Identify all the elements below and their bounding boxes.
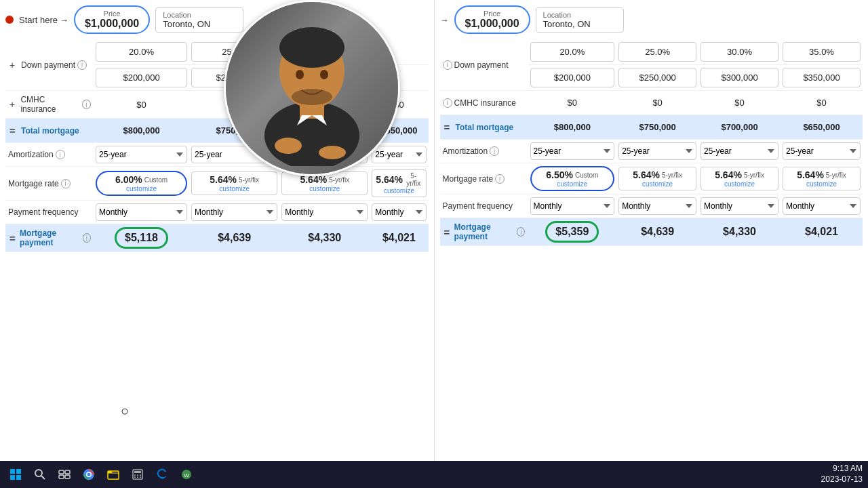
- right-amort-select2[interactable]: 25-year: [618, 142, 696, 160]
- right-payment-col2: $4,639: [616, 218, 698, 246]
- left-freq-select4[interactable]: Monthly: [372, 203, 426, 221]
- right-freq-select3[interactable]: Monthly: [701, 197, 778, 215]
- right-dp-pct-col4: [781, 39, 863, 65]
- right-payment-label: Mortgage payment: [454, 222, 515, 241]
- left-amort-col4: 25-year: [370, 143, 428, 167]
- right-total-col2: $750,000: [616, 115, 698, 140]
- right-rate-info-icon[interactable]: i: [495, 174, 505, 184]
- right-amort-select4[interactable]: 25-year: [783, 142, 861, 160]
- right-freq-select2[interactable]: Monthly: [618, 197, 696, 215]
- right-rate-box1[interactable]: 6.50% Custom customize: [530, 166, 615, 191]
- svg-point-30: [140, 474, 141, 476]
- right-customize2[interactable]: customize: [623, 180, 692, 188]
- left-rate-info-icon[interactable]: i: [61, 179, 71, 188]
- svg-line-17: [41, 476, 45, 479]
- search-icon: [34, 468, 46, 481]
- right-dp-amt-input3[interactable]: [701, 68, 778, 87]
- left-amort-select1[interactable]: 25-year: [96, 146, 187, 163]
- right-rate-box2[interactable]: 5.64% 5-yr/fix customize: [618, 167, 696, 190]
- left-payment-label-cell: = Mortgage payment i: [5, 224, 94, 252]
- right-dp-amt-input1[interactable]: [530, 68, 615, 87]
- right-freq-col3: Monthly: [698, 195, 781, 218]
- svg-point-33: [140, 476, 141, 478]
- right-dp-info-icon[interactable]: i: [443, 60, 452, 70]
- right-rate-type4: 5-yr/fix: [826, 171, 846, 179]
- right-amort-select1[interactable]: 25-year: [530, 142, 615, 160]
- right-location-box[interactable]: Location Toronto, ON: [536, 7, 624, 33]
- left-customize1[interactable]: customize: [100, 185, 182, 192]
- left-rate-box1[interactable]: 6.00% Custom customize: [96, 171, 187, 196]
- right-cmhc-row: i CMHC insurance $0 $0 $0 $0: [440, 91, 863, 115]
- left-rate-col1: 6.00% Custom customize: [94, 167, 189, 201]
- left-dp-amt-input1[interactable]: [96, 68, 187, 87]
- left-payment-val4: $4,021: [372, 232, 426, 244]
- right-freq-select1[interactable]: Monthly: [530, 197, 615, 215]
- right-dp-amt-col2: [616, 65, 698, 91]
- svg-point-16: [35, 470, 42, 476]
- right-amort-select3[interactable]: 25-year: [701, 142, 778, 160]
- right-location-value: Toronto, ON: [543, 19, 616, 29]
- left-customize3[interactable]: customize: [285, 185, 363, 192]
- right-payment-info-icon[interactable]: i: [517, 227, 525, 237]
- svg-point-3: [279, 27, 344, 68]
- right-price-box[interactable]: Price $1,000,000: [454, 5, 530, 34]
- left-freq-select1[interactable]: Monthly: [96, 203, 187, 221]
- right-dp-amt-col3: [698, 65, 781, 91]
- taskbar-chrome-button[interactable]: [79, 465, 99, 484]
- left-amort-info-icon[interactable]: i: [56, 150, 65, 159]
- taskbar-calc-button[interactable]: [127, 465, 148, 484]
- right-amort-col1: 25-year: [528, 140, 617, 163]
- right-total-label: Total mortgage: [456, 123, 514, 132]
- left-dp-label: Down payment: [21, 60, 75, 70]
- right-customize3[interactable]: customize: [705, 180, 774, 188]
- left-amort-select4[interactable]: 25-year: [372, 146, 426, 163]
- left-payment-info-icon[interactable]: i: [83, 233, 91, 243]
- right-rate-val2: 5.64%: [633, 169, 660, 180]
- right-dp-amt-input4[interactable]: [783, 68, 861, 87]
- right-rate-val1: 6.50%: [546, 169, 573, 180]
- right-arrow: →: [440, 15, 449, 25]
- taskbar-taskview-button[interactable]: [54, 465, 75, 484]
- left-total-label-cell: = Total mortgage: [5, 119, 94, 143]
- right-rate-box3[interactable]: 5.64% 5-yr/fix customize: [701, 167, 778, 190]
- left-rate-label: Mortgage rate: [8, 179, 59, 188]
- right-grid-table: i Down payment: [440, 39, 863, 246]
- right-freq-select4[interactable]: Monthly: [783, 197, 861, 215]
- left-rate-type1: Custom: [144, 176, 167, 184]
- right-customize1[interactable]: customize: [535, 180, 610, 188]
- left-location-box[interactable]: Location Toronto, ON: [155, 7, 243, 33]
- left-customize4[interactable]: customize: [376, 187, 422, 195]
- taskbar-start-button[interactable]: [5, 465, 26, 484]
- left-customize2[interactable]: customize: [195, 185, 273, 192]
- left-freq-select3[interactable]: Monthly: [281, 203, 368, 221]
- left-payment-col2: $4,639: [189, 224, 279, 252]
- taskbar-search-button[interactable]: [30, 465, 50, 484]
- left-dp-pct-input1[interactable]: [96, 42, 187, 62]
- taskbar-extra-button[interactable]: W: [176, 465, 197, 484]
- right-customize4[interactable]: customize: [787, 180, 856, 188]
- right-total-val1: $800,000: [530, 118, 615, 136]
- left-price-value: $1,000,000: [85, 18, 139, 30]
- right-cmhc-info-icon[interactable]: i: [443, 98, 452, 108]
- taskbar-explorer-button[interactable]: [103, 465, 123, 484]
- right-amort-info-icon[interactable]: i: [490, 146, 499, 156]
- right-amort-col4: 25-year: [781, 140, 863, 163]
- right-dp-amt-input2[interactable]: [618, 68, 696, 87]
- left-freq-col2: Monthly: [189, 201, 279, 224]
- left-cmhc-val1: $0: [96, 96, 187, 114]
- left-payment-label: Mortgage payment: [20, 228, 81, 247]
- taskbar-edge-button[interactable]: [152, 465, 172, 484]
- left-freq-select2[interactable]: Monthly: [191, 203, 277, 221]
- svg-rect-27: [134, 471, 141, 473]
- left-price-box[interactable]: Price $1,000,000: [74, 5, 150, 34]
- left-rate-box2[interactable]: 5.64% 5-yr/fix customize: [191, 171, 277, 195]
- right-dp-pct-input4[interactable]: [783, 42, 861, 62]
- left-dp-info-icon[interactable]: i: [77, 60, 87, 70]
- right-dp-pct-input3[interactable]: [701, 42, 778, 62]
- svg-rect-12: [10, 469, 15, 474]
- right-dp-pct-input2[interactable]: [618, 42, 696, 62]
- right-dp-pct-input1[interactable]: [530, 42, 615, 62]
- right-rate-box4[interactable]: 5.64% 5-yr/fix customize: [783, 167, 861, 190]
- left-cmhc-info-icon[interactable]: i: [82, 100, 91, 109]
- left-rate-box4[interactable]: 5.64% 5-yr/fix customize: [372, 169, 426, 197]
